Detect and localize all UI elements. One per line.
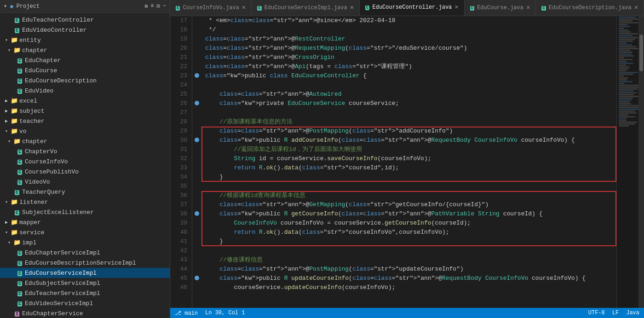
minus-icon[interactable]: − (163, 3, 166, 10)
sidebar-item-16[interactable]: CVideoVo (0, 177, 170, 187)
gutter-20 (192, 44, 201, 53)
sidebar-item-13[interactable]: CChapterVo (0, 146, 170, 156)
sidebar-item-10[interactable]: ▶📁teacher (0, 116, 170, 126)
tree-arrow-10[interactable]: ▶ (3, 118, 10, 124)
tree-label-17: TeacherQuery (22, 189, 65, 196)
code-content-33: return R.ok().data(class="str">"courseId… (205, 163, 552, 173)
tab-close-4[interactable]: × (634, 4, 638, 12)
tab-4[interactable]: CEduCourseDescription.java× (536, 0, 644, 16)
sidebar-item-11[interactable]: ▾📁vo (0, 126, 170, 136)
minimap-line-2 (619, 20, 632, 22)
sidebar-item-0[interactable]: CEduTeacherController (0, 15, 170, 25)
tab-close-1[interactable]: × (350, 4, 354, 12)
code-line-29: class=class="str">"ann">@PostMapping(cla… (205, 127, 552, 136)
tree-arrow-11[interactable]: ▾ (3, 128, 10, 134)
tab-close-3[interactable]: × (526, 4, 530, 12)
line-num-46: 46 (170, 283, 187, 292)
project-collapse-icon[interactable]: ▾ (4, 3, 7, 10)
sidebar-item-24[interactable]: CEduCourseDescriptionServiceImpl (0, 258, 170, 268)
tab-3[interactable]: CEduCourse.java× (465, 0, 536, 16)
tab-close-2[interactable]: × (454, 4, 458, 11)
tab-close-0[interactable]: × (242, 4, 246, 12)
line-num-41: 41 (170, 237, 187, 246)
gutter-28 (192, 117, 201, 127)
tree-arrow-9[interactable]: ▶ (3, 108, 10, 114)
sidebar-item-7[interactable]: CEduVideo (0, 86, 170, 96)
tree-arrow-22[interactable]: ▾ (6, 240, 13, 245)
tab-2[interactable]: CEduCourseController.java× (360, 0, 465, 16)
sidebar-item-2[interactable]: ▾📁entity (0, 35, 170, 45)
sidebar-item-22[interactable]: ▾📁impl (0, 237, 170, 248)
tree-arrow-12[interactable]: ▾ (6, 139, 13, 144)
minimap-line-59 (619, 125, 629, 127)
tree-icon-17: C (13, 189, 21, 196)
tab-label-3: EduCourse.java (477, 5, 523, 11)
minimap-line-33 (619, 77, 628, 79)
minimap-line-3 (619, 22, 639, 23)
line-num-34: 34 (170, 173, 187, 182)
scrollbar-thumb[interactable] (639, 35, 643, 71)
minimap-line-50 (619, 109, 639, 110)
settings-icon[interactable]: ⚙ (144, 3, 148, 10)
sidebar-item-23[interactable]: CEduChapterServiceImpl (0, 248, 170, 258)
gutter-19 (192, 35, 201, 44)
code-line-38: class="kw">public R getCourseInfo(class=… (205, 209, 552, 219)
tree-label-13: ChapterVo (25, 148, 57, 155)
tree-arrow-8[interactable]: ▶ (3, 98, 10, 104)
sync-icon[interactable]: ≡ (150, 3, 154, 10)
sidebar-item-1[interactable]: CEduVideoController (0, 25, 170, 35)
minimap-line-1 (619, 18, 641, 20)
line-num-23: 23 (170, 71, 187, 81)
tree-arrow-3[interactable]: ▾ (6, 47, 13, 53)
sidebar-item-8[interactable]: ▶📁excel (0, 96, 170, 106)
sidebar-item-27[interactable]: CEduTeacherServiceImpl (0, 288, 170, 298)
sidebar-item-3[interactable]: ▾📁chapter (0, 45, 170, 55)
sidebar-item-18[interactable]: ▾📁listener (0, 197, 170, 207)
tree-label-11: vo (19, 128, 27, 135)
sidebar-item-17[interactable]: CTeacherQuery (0, 187, 170, 197)
sidebar-item-14[interactable]: CCourseInfoVo (0, 156, 170, 167)
sidebar-item-19[interactable]: CSubjectExcelListener (0, 207, 170, 217)
scrollbar-track[interactable] (638, 16, 644, 308)
code-line-25: class=class="str">"ann">@Autowired (205, 90, 552, 99)
sidebar-item-5[interactable]: CEduCourse (0, 65, 170, 75)
sidebar-item-29[interactable]: IEduChapterService (0, 308, 170, 318)
code-content-28: //添加课程基本信息的方法 (205, 117, 552, 127)
code-area[interactable]: * <em>class=class="str">"ann">@since</em… (201, 16, 616, 308)
tree-arrow-2[interactable]: ▾ (3, 37, 10, 43)
line-num-39: 39 (170, 219, 187, 228)
sidebar-item-20[interactable]: ▶📁mapper (0, 217, 170, 227)
minimap-line-52 (619, 112, 637, 114)
tree-icon-8: 📁 (10, 97, 18, 104)
tree-label-4: EduChapter (25, 57, 61, 64)
sidebar-item-26[interactable]: CEduSubjectServiceImpl (0, 278, 170, 288)
sidebar-item-21[interactable]: ▾📁service (0, 227, 170, 237)
expand-icon[interactable]: ⊡ (157, 3, 160, 10)
tab-1[interactable]: CEduCourseServiceImpl.java× (252, 0, 360, 16)
minimap-line-23 (619, 59, 632, 60)
tree-arrow-20[interactable]: ▶ (3, 220, 10, 225)
sidebar-item-25[interactable]: CEduCourseServiceImpl (0, 268, 170, 278)
line-num-42: 42 (170, 246, 187, 255)
minimap-line-38 (619, 87, 640, 88)
sidebar-item-6[interactable]: CEduCourseDescription (0, 75, 170, 86)
code-line-26: class="kw">private EduCourseService cour… (205, 99, 552, 108)
line-num-27: 27 (170, 108, 187, 117)
sidebar-item-12[interactable]: ▾📁chapter (0, 136, 170, 146)
line-num-36: 36 (170, 191, 187, 200)
tree-label-2: entity (19, 37, 41, 44)
sidebar-item-4[interactable]: CEduChapter (0, 55, 170, 65)
tree-arrow-21[interactable]: ▾ (3, 230, 10, 235)
branch-info: ⎇ main (175, 310, 198, 317)
tree-arrow-18[interactable]: ▾ (3, 199, 10, 205)
tab-icon-3: C (470, 5, 474, 11)
tree-label-15: CoursePublishVo (25, 168, 79, 175)
tab-0[interactable]: CCourseInfoVo.java× (170, 0, 252, 16)
code-line-31: //返回添加之后课程id，为了后面添加大纲使用 (205, 145, 552, 154)
sidebar-item-28[interactable]: CEduVideoServiceImpl (0, 298, 170, 308)
minimap-line-36 (619, 83, 624, 84)
tab-label-2: EduCourseController.java (372, 4, 452, 11)
sidebar-item-9[interactable]: ▶📁subject (0, 106, 170, 116)
sidebar-item-15[interactable]: CCoursePublishVo (0, 167, 170, 177)
gutter-24 (192, 81, 201, 90)
